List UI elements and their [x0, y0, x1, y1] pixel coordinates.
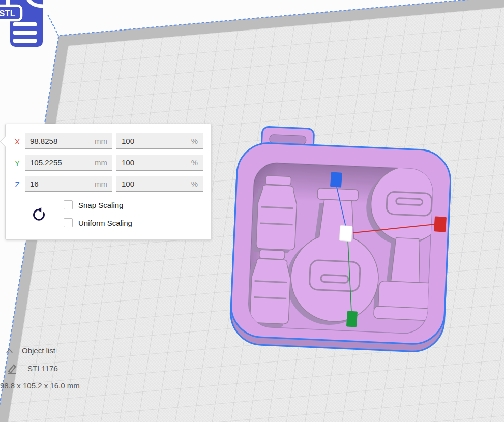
- object-list-item[interactable]: STL1176: [7, 363, 58, 374]
- object-list-header[interactable]: Object list: [5, 346, 55, 355]
- scale-z-percent-input[interactable]: 100 %: [116, 176, 203, 192]
- scale-y-percent-value: 100: [122, 158, 134, 167]
- axis-y-label: Y: [13, 159, 22, 167]
- snap-scaling-label: Snap Scaling: [78, 201, 123, 209]
- uniform-scaling-label: Uniform Scaling: [78, 219, 132, 227]
- scale-handle-z[interactable]: [330, 172, 342, 187]
- scale-x-mm-input[interactable]: 98.8258 mm: [25, 133, 112, 149]
- reset-rotate-icon: [31, 206, 46, 222]
- scale-z-mm-value: 16: [30, 179, 39, 188]
- scale-x-percent-value: 100: [122, 137, 134, 145]
- scale-y-mm-input[interactable]: 105.2255 mm: [25, 155, 112, 171]
- scale-checkbox-column: Snap Scaling Uniform Scaling: [64, 200, 132, 227]
- scale-handle-x[interactable]: [434, 216, 447, 232]
- object-list-label: Object list: [22, 346, 55, 355]
- scale-row-x: X 98.8258 mm 100 %: [13, 133, 203, 149]
- scale-z-mm-input[interactable]: 16 mm: [25, 176, 112, 192]
- scale-z-percent-value: 100: [122, 179, 134, 188]
- stl-doc-line-3: [13, 39, 37, 43]
- stl-badge-label: STL: [0, 9, 15, 18]
- reset-scale-button[interactable]: [31, 206, 46, 222]
- scale-x-percent-unit: %: [191, 137, 198, 145]
- scale-y-percent-unit: %: [191, 158, 198, 167]
- chevron-up-icon: [5, 347, 14, 354]
- snap-scaling-checkbox[interactable]: [64, 200, 73, 209]
- model-name: STL1176: [27, 364, 58, 373]
- snap-scaling-option[interactable]: Snap Scaling: [64, 200, 132, 209]
- scale-panel-options: Snap Scaling Uniform Scaling: [31, 200, 211, 227]
- scale-handle-center[interactable]: [339, 225, 352, 242]
- stl-file-icon-corner: [0, 0, 6, 5]
- scale-y-mm-value: 105.2255: [30, 158, 62, 167]
- uniform-scaling-option[interactable]: Uniform Scaling: [64, 218, 132, 227]
- uniform-scaling-checkbox[interactable]: [64, 218, 73, 227]
- model-dimensions-readout: 98.8 x 105.2 x 16.0 mm: [0, 381, 80, 390]
- scale-x-percent-input[interactable]: 100 %: [116, 133, 203, 149]
- axis-z-label: Z: [13, 180, 22, 189]
- mold-cavity-shapes: [245, 160, 448, 335]
- scale-x-mm-value: 98.8258: [30, 137, 57, 145]
- scale-z-mm-unit: mm: [95, 179, 107, 188]
- stl-doc-line-1: [13, 22, 37, 26]
- application-window: STL X 98.8258 mm 100 % Y 105.2255 mm 100…: [0, 0, 504, 422]
- stl-file-icon: STL: [0, 0, 51, 49]
- pencil-edit-icon: [7, 363, 17, 374]
- scale-y-mm-unit: mm: [95, 158, 107, 167]
- scale-tool-panel: X 98.8258 mm 100 % Y 105.2255 mm 100 % Z: [5, 124, 212, 240]
- scale-y-percent-input[interactable]: 100 %: [116, 155, 203, 171]
- scale-z-percent-unit: %: [191, 179, 198, 188]
- stl-doc-line-2: [13, 31, 37, 35]
- scale-row-z: Z 16 mm 100 %: [13, 176, 203, 192]
- axis-x-label: X: [13, 137, 22, 146]
- scale-row-y: Y 105.2255 mm 100 %: [13, 155, 203, 171]
- scale-x-mm-unit: mm: [95, 137, 107, 145]
- scale-handle-y[interactable]: [346, 311, 358, 327]
